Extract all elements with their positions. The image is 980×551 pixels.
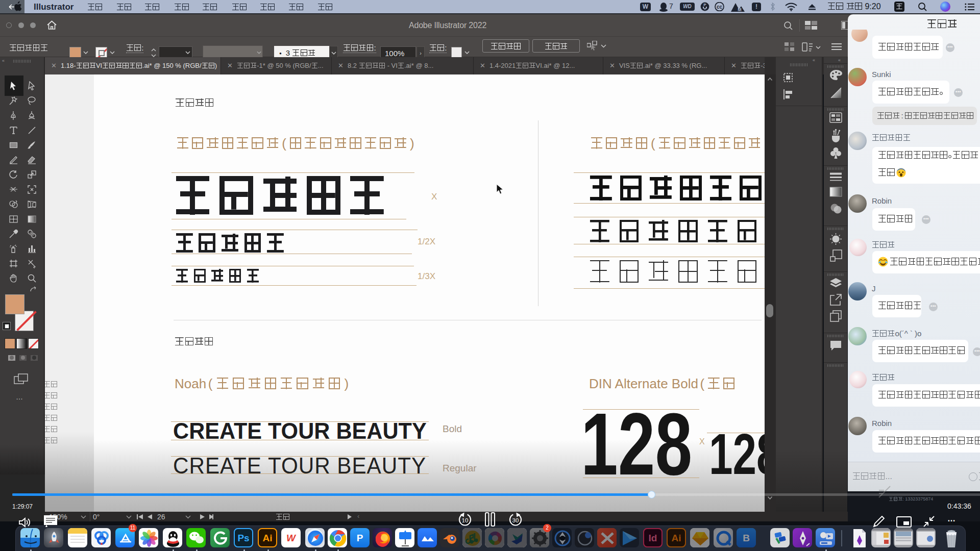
svg-text:10: 10: [462, 517, 469, 523]
svg-text:P: P: [703, 3, 706, 7]
svg-text:M: M: [738, 7, 742, 12]
svg-text:cc: cc: [717, 4, 723, 10]
svg-text:30: 30: [512, 517, 519, 523]
